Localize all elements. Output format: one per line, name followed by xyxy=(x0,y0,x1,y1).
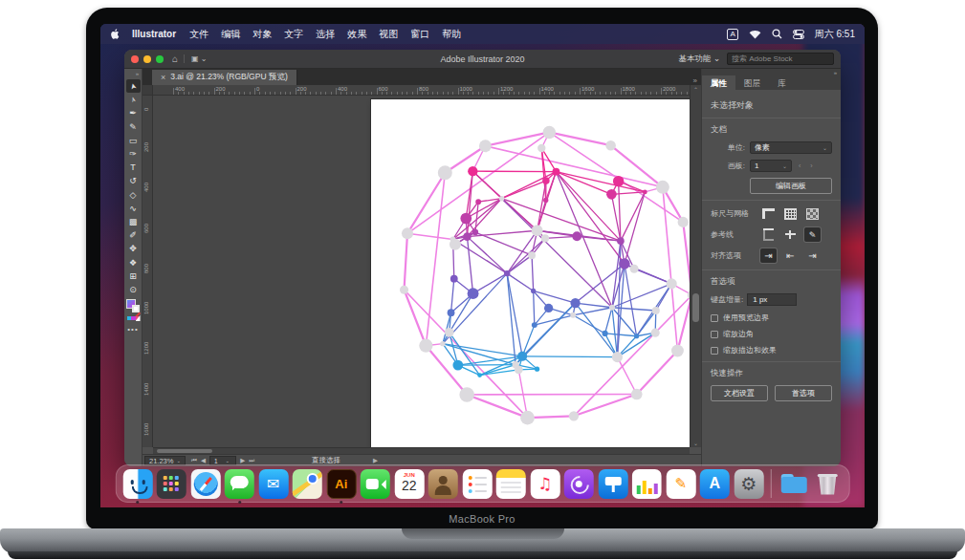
menubar-item[interactable]: 选择 xyxy=(316,28,335,41)
artboard-prev-next-icons[interactable]: ‹ › xyxy=(799,162,817,169)
artboard[interactable] xyxy=(371,99,690,447)
color-mode-bar[interactable] xyxy=(127,316,140,320)
minimize-window-button[interactable] xyxy=(143,55,151,63)
vertical-ruler[interactable]: 02004006008001000120014001600 xyxy=(143,96,153,447)
keyboard-increment-input[interactable]: 1 px xyxy=(747,293,797,306)
dock-item-settings[interactable] xyxy=(734,469,763,499)
vertical-scroll-thumb[interactable] xyxy=(692,293,699,322)
curvature-tool[interactable]: ✎ xyxy=(126,120,141,134)
dock-item-keynote[interactable] xyxy=(598,469,627,499)
reminders-icon[interactable] xyxy=(462,469,492,499)
dock-item-podcasts[interactable] xyxy=(564,469,594,499)
horizontal-ruler[interactable]: 4002000200400600800100012001400160018002… xyxy=(143,85,690,96)
dock-item-launchpad[interactable] xyxy=(157,469,186,499)
smart-guides-icon[interactable] xyxy=(782,227,799,242)
eyedropper-tool[interactable]: ✐ xyxy=(126,228,141,242)
zoom-window-button[interactable] xyxy=(156,55,164,63)
dock-item-mail[interactable] xyxy=(258,469,288,499)
dock-item-finder[interactable] xyxy=(122,469,152,499)
document-tab[interactable]: × 3.ai @ 21.23% (RGB/GPU 预览) xyxy=(152,70,297,85)
rotate-tool[interactable]: ↺ xyxy=(126,174,141,187)
lock-guides-icon[interactable] xyxy=(804,227,821,242)
vertical-scrollbar[interactable]: ⌃ ⌄ xyxy=(690,85,701,447)
edit-artboards-button[interactable]: 编辑画板 xyxy=(750,178,832,194)
music-icon[interactable] xyxy=(530,469,559,499)
trash-icon[interactable] xyxy=(813,469,843,499)
checkbox[interactable] xyxy=(711,347,718,355)
messages-icon[interactable] xyxy=(225,469,254,499)
menubar-app-name[interactable]: Illustrator xyxy=(132,29,176,39)
ruler-origin-corner[interactable] xyxy=(143,85,153,96)
dock-item-contacts[interactable] xyxy=(428,469,458,499)
menubar-item[interactable]: 文件 xyxy=(189,28,208,41)
wifi-icon[interactable] xyxy=(749,30,761,39)
dock-item-reminders[interactable] xyxy=(462,469,492,499)
illustrator-icon[interactable]: Ai xyxy=(326,469,356,499)
dock-item-appstore[interactable] xyxy=(700,469,730,499)
units-select[interactable]: 像素⌄ xyxy=(750,141,832,154)
grid-icon[interactable] xyxy=(782,206,799,221)
canvas-pasteboard[interactable] xyxy=(153,96,690,447)
menubar-item[interactable]: 窗口 xyxy=(410,28,429,41)
direct-selection-tool[interactable]: ➢ xyxy=(126,93,141,106)
menubar-item[interactable]: 视图 xyxy=(379,28,398,41)
panel-tab-属性[interactable]: 属性 xyxy=(702,75,735,90)
checkbox[interactable] xyxy=(711,314,718,322)
appstore-icon[interactable] xyxy=(700,469,730,499)
scroll-up-icon[interactable]: ⌃ xyxy=(693,86,698,93)
dock-item-trash[interactable] xyxy=(813,469,843,499)
close-window-button[interactable] xyxy=(131,55,139,63)
dock-item-pages[interactable] xyxy=(666,469,695,499)
corner-ruler-icon[interactable] xyxy=(760,206,777,221)
gradient-tool[interactable]: ▩ xyxy=(126,215,141,228)
dock-item-maps[interactable] xyxy=(293,469,322,499)
menubar-item[interactable]: 编辑 xyxy=(221,28,240,41)
pages-icon[interactable] xyxy=(666,469,695,499)
menubar-item[interactable]: 效果 xyxy=(347,28,366,41)
dock-item-facetime[interactable] xyxy=(361,469,390,499)
first-artboard-icon[interactable]: ⏮ xyxy=(191,457,197,464)
snap-to-pixel-icon[interactable] xyxy=(804,248,821,263)
input-source-icon[interactable]: A xyxy=(727,29,737,40)
panel-tab-库[interactable]: 库 xyxy=(769,75,795,90)
dock-item-calendar[interactable]: JUN22 xyxy=(394,469,424,499)
menubar-item[interactable]: 帮助 xyxy=(442,28,461,41)
apple-menu-icon[interactable] xyxy=(110,29,121,39)
control-center-icon[interactable] xyxy=(793,30,804,39)
snap-to-point-icon[interactable] xyxy=(760,248,777,263)
settings-icon[interactable] xyxy=(734,469,763,499)
type-tool[interactable]: T xyxy=(126,161,141,174)
dock-item-notes[interactable] xyxy=(496,469,526,499)
stock-search-input[interactable] xyxy=(727,53,834,65)
dock-item-music[interactable] xyxy=(530,469,559,499)
paintbrush-tool[interactable]: ✑ xyxy=(126,147,141,161)
zoom-tool[interactable]: ⊙ xyxy=(126,283,141,296)
document-setup-button[interactable]: 文档设置 xyxy=(711,385,768,401)
guides-icon[interactable] xyxy=(760,227,777,242)
prev-artboard-icon[interactable]: ◀ xyxy=(201,457,206,464)
selection-tool[interactable]: ➤ xyxy=(126,79,141,93)
dock-item-folder[interactable] xyxy=(779,469,808,499)
dock-item-numbers[interactable] xyxy=(632,469,662,499)
fill-stroke-swatches[interactable] xyxy=(126,299,140,312)
maps-icon[interactable] xyxy=(293,469,322,499)
checkbox[interactable] xyxy=(711,331,718,338)
edit-toolbar-icon[interactable]: ••• xyxy=(127,325,138,334)
calendar-icon[interactable]: JUN22 xyxy=(394,469,424,499)
safari-icon[interactable] xyxy=(190,469,220,499)
dock-item-safari[interactable] xyxy=(190,469,220,499)
tab-overflow-icon[interactable]: » xyxy=(693,76,701,85)
tab-close-icon[interactable]: × xyxy=(161,73,165,82)
pen-tool[interactable]: ✒ xyxy=(126,106,141,119)
horizontal-scrollbar[interactable] xyxy=(153,447,690,454)
width-tool[interactable]: ∿ xyxy=(126,202,141,215)
menubar-item[interactable]: 文字 xyxy=(284,28,303,41)
window-titlebar[interactable]: ⌂ ▣ ⌄ Adobe Illustrator 2020 基本功能 ⌄ xyxy=(124,50,841,69)
finder-icon[interactable] xyxy=(122,469,152,499)
facetime-icon[interactable] xyxy=(361,469,390,499)
notes-icon[interactable] xyxy=(496,469,526,499)
menubar-item[interactable]: 对象 xyxy=(252,28,272,41)
keynote-icon[interactable] xyxy=(598,469,627,499)
tools-collapse-icon[interactable]: » xyxy=(136,69,142,79)
scroll-down-icon[interactable]: ⌄ xyxy=(693,440,698,446)
